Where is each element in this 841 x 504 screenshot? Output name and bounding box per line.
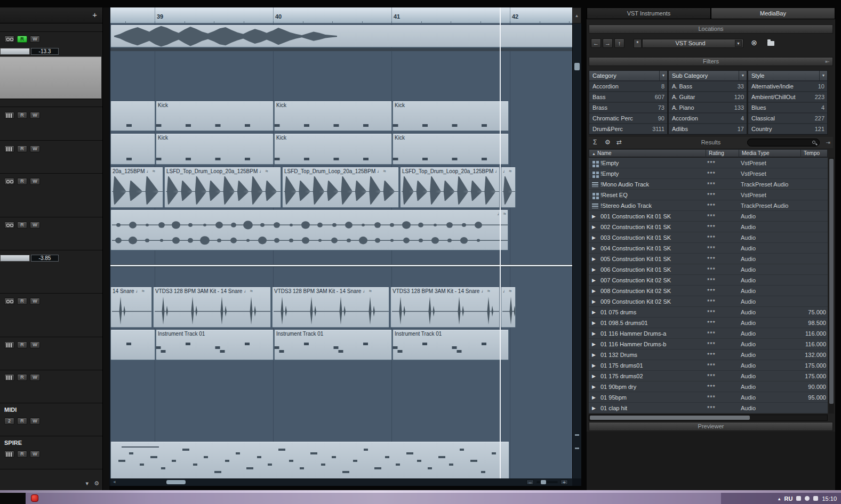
- column-header-mediatype[interactable]: Media Type: [739, 150, 800, 157]
- monitor-icon-button[interactable]: [4, 36, 14, 43]
- filter-item[interactable]: Drum&Perc3111: [589, 124, 667, 134]
- clip-overview[interactable]: [110, 25, 572, 47]
- result-row[interactable]: ▶01 90bpm dry***Audio90.000: [589, 381, 828, 392]
- play-icon[interactable]: ▶: [592, 339, 596, 349]
- read-automation-button[interactable]: R: [17, 451, 27, 458]
- clip-snare[interactable]: VTDS3 128 BPM 3AM Kit - 14 Snare♩ ≈: [272, 287, 389, 328]
- results-vscrollbar[interactable]: [829, 158, 834, 413]
- result-row[interactable]: !Mono Audio Track***TrackPreset Audio: [589, 179, 828, 190]
- play-icon[interactable]: ▶: [592, 264, 596, 275]
- write-automation-button[interactable]: W: [30, 374, 40, 381]
- filter-item[interactable]: Blues4: [748, 103, 827, 113]
- filter-column-header[interactable]: Style▾: [748, 71, 827, 81]
- write-automation-button[interactable]: W: [30, 145, 40, 152]
- clear-search-button[interactable]: ⊗: [749, 38, 759, 48]
- playhead-ruler-marker[interactable]: [500, 7, 501, 23]
- result-row[interactable]: ▶007 Construction Kit 02 SK***Audio: [589, 275, 828, 286]
- read-automation-button[interactable]: R: [17, 112, 27, 119]
- result-row[interactable]: !Reset EQ***VstPreset: [589, 190, 828, 200]
- filter-item[interactable]: Accordion8: [589, 82, 667, 92]
- result-row[interactable]: ▶01 132 Drums***Audio132.000: [589, 349, 828, 360]
- add-track-button[interactable]: +: [92, 10, 97, 20]
- play-icon[interactable]: ▶: [592, 318, 596, 328]
- column-header-rating[interactable]: Rating: [706, 150, 739, 157]
- folder-browse-button[interactable]: [765, 38, 776, 48]
- clip-snare[interactable]: VTDS3 128 BPM 3AM Kit - 14 Snare♩ ≈: [390, 287, 500, 328]
- tab-vst-instruments[interactable]: VST Instruments: [587, 7, 711, 19]
- result-row[interactable]: ▶01 95bpm***Audio95.000: [589, 392, 828, 403]
- play-icon[interactable]: ▶: [592, 403, 596, 413]
- clip-drum-loop[interactable]: LSFD_Top_Drum_Loop_20a_125BPM♩ ≈: [282, 167, 399, 208]
- language-indicator[interactable]: RU: [784, 495, 793, 502]
- taskbar-app-icon[interactable]: [31, 494, 38, 502]
- play-icon[interactable]: ▶: [592, 286, 596, 296]
- clip-drum-loop[interactable]: LSFD_Top_Drum_Loop_20a_125BPM♩ ≈: [164, 167, 281, 208]
- filter-item[interactable]: Chromatic Perc90: [589, 113, 667, 124]
- timeline-ruler[interactable]: 39404142: [110, 7, 572, 23]
- vertical-scrollbar[interactable]: [572, 23, 581, 478]
- play-icon[interactable]: ▶: [592, 371, 596, 381]
- read-automation-button[interactable]: R: [17, 145, 27, 152]
- filter-item[interactable]: Brass73: [589, 103, 667, 113]
- clip-drum-loop[interactable]: 20a_125BPM♩ ≈: [110, 167, 163, 208]
- result-row[interactable]: ▶003 Construction Kit 01 SK***Audio: [589, 232, 828, 243]
- write-automation-button[interactable]: W: [30, 112, 40, 119]
- results-hscrollbar[interactable]: [589, 414, 828, 421]
- clip-drum-loop[interactable]: LSFD_Top_Drum_Loop_20a_125BPM♩ ≈: [400, 167, 500, 208]
- result-row[interactable]: ▶009 Construction Kit 02 SK***Audio: [589, 296, 828, 307]
- result-row[interactable]: ▶01 116 Hammer Drums-a***Audio116.000: [589, 328, 828, 339]
- start-area[interactable]: [0, 493, 26, 504]
- volume-value[interactable]: -3.85: [31, 255, 59, 262]
- read-automation-button[interactable]: R: [17, 418, 27, 425]
- result-row[interactable]: !Empty***VstPreset: [589, 158, 828, 168]
- result-row[interactable]: ▶005 Construction Kit 01 SK***Audio: [589, 254, 828, 264]
- play-icon[interactable]: ▶: [592, 232, 596, 243]
- clip-spire-midi[interactable]: [110, 442, 509, 478]
- horizontal-scrollbar[interactable]: ◂ – +: [110, 478, 572, 486]
- clock[interactable]: 15:10: [822, 495, 837, 502]
- filter-column-header[interactable]: Sub Category▾: [669, 71, 747, 81]
- results-vscroll-thumb[interactable]: [829, 159, 834, 404]
- filter-item[interactable]: Adlibs17: [669, 124, 747, 134]
- result-row[interactable]: ▶001 Construction Kit 01 SK***Audio: [589, 211, 828, 222]
- location-select[interactable]: VST Sound ▾: [642, 39, 743, 48]
- column-header-name[interactable]: ▲Name: [589, 150, 706, 158]
- write-automation-button[interactable]: W: [30, 342, 40, 348]
- track-settings-gear-icon[interactable]: ⚙: [94, 480, 99, 487]
- filter-item[interactable]: Classical227: [748, 113, 827, 124]
- filter-item[interactable]: A. Piano133: [669, 103, 747, 113]
- meter-icon-button[interactable]: [4, 145, 14, 152]
- result-row[interactable]: ▶002 Construction Kit 01 SK***Audio: [589, 222, 828, 232]
- filter-item[interactable]: Bass607: [589, 92, 667, 102]
- clip-snare[interactable]: 14 Snare♩ ≈: [110, 287, 152, 328]
- filter-item[interactable]: A. Guitar120: [669, 92, 747, 102]
- result-row[interactable]: ▶01 175 drums02***Audio175.000: [589, 371, 828, 381]
- write-automation-button[interactable]: W: [30, 178, 40, 185]
- filter-item[interactable]: Alternative/Indie10: [748, 82, 827, 92]
- filter-item[interactable]: Country121: [748, 124, 827, 134]
- zoom-slider[interactable]: [536, 481, 558, 483]
- back-button[interactable]: ←: [591, 38, 601, 48]
- result-row[interactable]: ▶01 098.5 drums01***Audio98.500: [589, 318, 828, 328]
- clip-snare[interactable]: VTDS3 128 BPM 3AM Kit - 14 Snare♩ ≈: [153, 287, 271, 328]
- play-icon[interactable]: ▶: [592, 222, 596, 232]
- result-row[interactable]: ▶004 Construction Kit 01 SK***Audio: [589, 243, 828, 254]
- result-row[interactable]: ▶006 Construction Kit 01 SK***Audio: [589, 264, 828, 275]
- hscroll-thumb[interactable]: [166, 480, 186, 484]
- tray-keyboard-icon[interactable]: [796, 496, 801, 501]
- read-automation-button[interactable]: R: [17, 298, 27, 305]
- meter-icon-button[interactable]: [4, 451, 14, 458]
- playhead-cursor[interactable]: [500, 23, 501, 478]
- play-icon[interactable]: ▶: [592, 381, 596, 392]
- filter-column-header[interactable]: Category▾: [589, 71, 667, 81]
- clip-audio[interactable]: ♩ ≈: [110, 210, 508, 250]
- read-automation-button[interactable]: R: [17, 374, 27, 381]
- play-icon[interactable]: ▶: [592, 254, 596, 264]
- scroll-down-icon[interactable]: ▾: [86, 480, 89, 487]
- result-row[interactable]: ▶01 clap hit***Audio: [589, 403, 828, 413]
- result-row[interactable]: ▶01 175 drums01***Audio175.000: [589, 360, 828, 371]
- read-automation-button[interactable]: R: [17, 222, 27, 229]
- ruler-end-box[interactable]: ▴: [572, 7, 581, 23]
- track-group-divider[interactable]: [110, 264, 572, 267]
- play-icon[interactable]: ▶: [592, 349, 596, 360]
